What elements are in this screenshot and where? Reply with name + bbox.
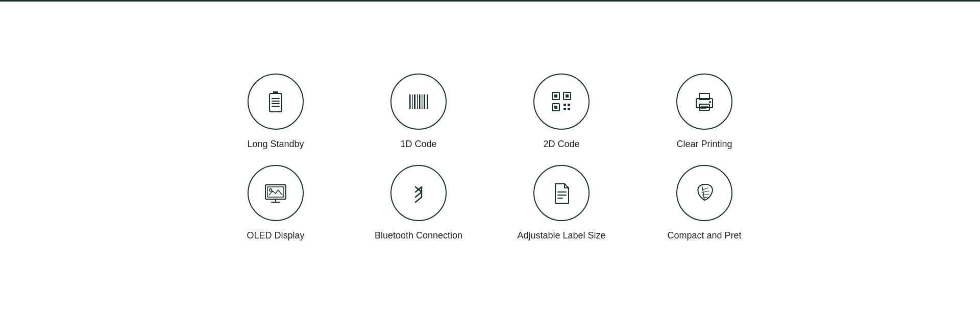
compact-label: Compact and Pret — [667, 230, 741, 241]
2d-code-icon-circle — [533, 74, 590, 130]
features-row-2: OLED Display Bluetooth Connection — [235, 165, 745, 241]
1d-code-label: 1D Code — [400, 139, 436, 150]
adjustable-label-icon-circle — [533, 165, 590, 221]
svg-rect-17 — [566, 94, 569, 98]
compact-icon-circle — [676, 165, 732, 221]
qrcode-icon — [548, 88, 575, 115]
feature-2d-code: 2D Code — [521, 74, 602, 150]
feature-clear-printing: Clear Printing — [664, 74, 745, 150]
svg-rect-13 — [427, 94, 428, 109]
features-grid: Long Standby 1D Code — [0, 2, 980, 313]
display-icon — [262, 180, 289, 206]
svg-point-32 — [270, 189, 272, 191]
feature-1d-code: 1D Code — [378, 74, 459, 150]
svg-rect-21 — [568, 104, 570, 106]
feature-adjustable-label: Adjustable Label Size — [521, 165, 602, 241]
svg-rect-22 — [564, 108, 566, 110]
feature-bluetooth: Bluetooth Connection — [378, 165, 459, 241]
clear-printing-label: Clear Printing — [676, 139, 732, 150]
bluetooth-label: Bluetooth Connection — [375, 230, 462, 241]
svg-rect-9 — [417, 94, 418, 109]
svg-rect-23 — [568, 108, 570, 110]
svg-line-39 — [702, 188, 708, 190]
1d-code-icon-circle — [390, 74, 447, 130]
svg-rect-7 — [412, 94, 413, 109]
long-standby-label: Long Standby — [247, 139, 304, 150]
bluetooth-icon — [405, 180, 432, 206]
features-row-1: Long Standby 1D Code — [235, 74, 745, 150]
feature-oled-display: OLED Display — [235, 165, 316, 241]
svg-point-29 — [709, 101, 711, 103]
adjustable-label-label: Adjustable Label Size — [517, 230, 605, 241]
oled-display-icon-circle — [248, 165, 304, 221]
clear-printing-icon-circle — [676, 74, 732, 130]
svg-rect-15 — [554, 94, 557, 98]
svg-rect-12 — [424, 94, 425, 109]
bluetooth-icon-circle — [390, 165, 447, 221]
feature-long-standby: Long Standby — [235, 74, 316, 150]
barcode-icon — [405, 88, 432, 115]
svg-rect-1 — [273, 91, 278, 94]
svg-rect-8 — [414, 94, 415, 109]
feather-icon — [691, 180, 718, 206]
svg-line-38 — [702, 187, 704, 200]
svg-rect-0 — [270, 93, 282, 112]
2d-code-label: 2D Code — [543, 139, 579, 150]
long-standby-icon-circle — [248, 74, 304, 130]
svg-rect-19 — [554, 106, 557, 109]
svg-rect-20 — [564, 104, 566, 106]
printer-icon — [691, 88, 718, 115]
feature-compact: Compact and Pret — [664, 165, 745, 241]
svg-rect-11 — [422, 94, 423, 109]
label-icon — [548, 180, 575, 206]
battery-icon — [263, 89, 288, 114]
svg-rect-10 — [419, 94, 421, 109]
svg-rect-6 — [409, 94, 411, 109]
oled-display-label: OLED Display — [247, 230, 304, 241]
